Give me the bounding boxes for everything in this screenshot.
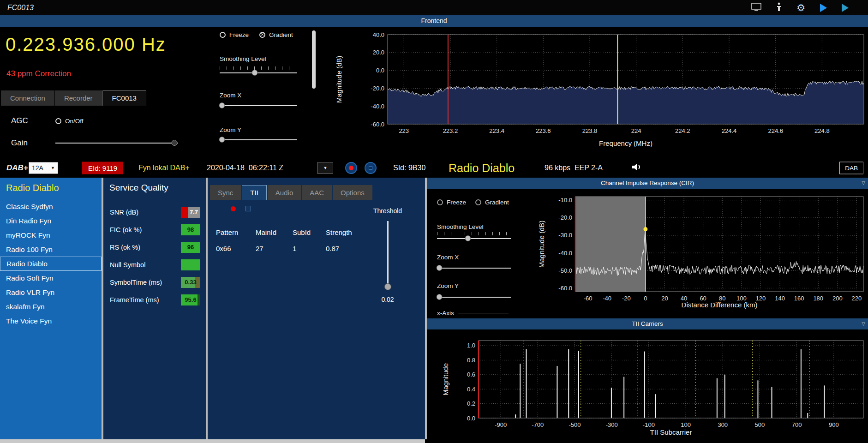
gain-slider[interactable] [55, 140, 178, 146]
tab-fc0013[interactable]: FC0013 [102, 90, 146, 106]
slider-thumb[interactable] [436, 294, 442, 300]
ensemble-id-badge: EId: 9119 [82, 162, 123, 174]
spectrum-display-controls: Freeze Gradient Smoothing Level Zoom X Z… [218, 27, 310, 158]
svg-text:224.6: 224.6 [768, 127, 783, 134]
agc-label: AGC [11, 116, 55, 126]
window-icon[interactable] [751, 3, 761, 13]
slider-thumb[interactable] [251, 70, 257, 76]
station-item[interactable]: myROCK Fyn [0, 228, 102, 242]
cir-smoothing-slider[interactable] [437, 235, 511, 242]
svg-text:-40.0: -40.0 [371, 103, 384, 110]
cir-plot[interactable]: -10.0-20.0-30.0-40.0-50.0-60.0-60-40-200… [538, 189, 868, 318]
gain-row: Gain [11, 137, 178, 150]
svg-text:Distance Difference (km): Distance Difference (km) [682, 301, 758, 309]
play-icon[interactable] [820, 4, 827, 12]
svg-text:-500: -500 [569, 421, 581, 428]
slider-thumb[interactable] [465, 235, 471, 241]
separator [216, 219, 363, 219]
station-item[interactable]: The Voice Fyn [0, 314, 102, 328]
gradient-label: Gradient [269, 31, 293, 38]
gradient-radio[interactable]: Gradient [259, 31, 293, 38]
station-list: Classic SydfynDin Radio FynmyROCK FynRad… [0, 199, 102, 328]
svg-text:140: 140 [775, 295, 785, 302]
station-item[interactable]: Radio 100 Fyn [0, 242, 102, 257]
channel-select[interactable]: 12A ▼ [29, 162, 58, 174]
cir-zoom-x-slider[interactable] [437, 265, 511, 271]
threshold-slider[interactable] [384, 221, 391, 290]
station-item[interactable]: Radio Soft Fyn [0, 271, 102, 285]
vertical-scrollbar[interactable] [312, 30, 316, 89]
cir-zoom-x-label: Zoom X [437, 254, 459, 261]
slider-thumb[interactable] [436, 265, 442, 271]
agc-toggle-label: On/Off [65, 118, 84, 125]
cir-smoothing-ruler [437, 232, 511, 235]
tab-aac[interactable]: AAC [302, 185, 332, 200]
chevron-down-icon: ▼ [51, 166, 55, 170]
station-item[interactable]: Radio Diablo [0, 257, 102, 271]
station-item[interactable]: skalafm Fyn [0, 299, 102, 314]
service-quality-panel: Service Quality SNR (dB)7.7FIC (ok %)98R… [103, 178, 206, 439]
play-alt-icon[interactable] [842, 4, 849, 12]
station-item[interactable]: Din Radio Fyn [0, 214, 102, 228]
metric-label: SymbolTime (ms) [110, 279, 181, 286]
metric-label: RS (ok %) [110, 244, 181, 251]
svg-text:Magnitude: Magnitude [442, 363, 449, 395]
stop-button[interactable] [365, 162, 377, 174]
svg-text:-300: -300 [606, 421, 618, 428]
tab-recorder[interactable]: Recorder [55, 90, 102, 106]
freeze-radio[interactable]: Freeze [220, 31, 249, 38]
slider-track [437, 238, 511, 239]
svg-text:Magnitude (dB): Magnitude (dB) [538, 221, 545, 268]
svg-text:223.6: 223.6 [536, 127, 551, 134]
spectrum-plot[interactable]: 40.020.00.0-20.0-40.0-60.0223223.2223.42… [318, 27, 868, 158]
record-button[interactable] [345, 162, 357, 174]
bitrate-info: 96 kbps EEP 2-A [545, 164, 603, 172]
station-item[interactable]: Radio VLR Fyn [0, 285, 102, 299]
settings-gear-icon[interactable]: ⚙ [796, 3, 805, 12]
collapse-icon[interactable]: ▽ [862, 178, 865, 189]
decoder-panel: SyncTIIAudioAACOptions PatternMainIdSubI… [208, 178, 425, 439]
tab-audio[interactable]: Audio [268, 185, 301, 200]
frontend-tabs: ConnectionRecorderFC0013 [1, 90, 147, 106]
frontend-panel-header: Frontend [0, 15, 868, 27]
cir-zoom-y-slider[interactable] [437, 294, 511, 300]
tab-tii[interactable]: TII [242, 185, 267, 200]
table-cell: 0x66 [216, 245, 256, 252]
frequency-value: 0.223.936.000 [6, 34, 136, 54]
smoothing-slider[interactable] [220, 70, 297, 76]
cir-body: Freeze Gradient Smoothing Level Zoom X [427, 189, 868, 318]
station-item[interactable]: Classic Sydfyn [0, 199, 102, 214]
info-icon[interactable] [776, 2, 782, 13]
agc-row: AGC On/Off [11, 114, 84, 127]
recorder-dropdown[interactable]: ▼ [317, 162, 333, 174]
table-header-cell: Strength [326, 228, 367, 236]
slider-thumb[interactable] [219, 102, 225, 108]
cir-freeze-radio[interactable]: Freeze [437, 199, 466, 206]
slider-track [55, 143, 178, 144]
slider-track [437, 268, 511, 269]
tii-carriers-plot[interactable]: 0.00.20.40.60.81.0-900-700-500-300-10010… [427, 329, 868, 443]
service-quality-row: SymbolTime (ms)0.33 [103, 274, 206, 291]
frequency-unit: Hz [142, 34, 166, 54]
zoom-y-slider[interactable] [220, 137, 297, 143]
agc-toggle[interactable]: On/Off [55, 118, 84, 125]
chevron-down-icon: ▼ [323, 166, 328, 170]
smoothing-level-label: Smoothing Level [220, 55, 266, 62]
zoom-x-slider[interactable] [220, 102, 297, 109]
svg-text:300: 300 [718, 421, 728, 428]
tab-options[interactable]: Options [333, 185, 372, 200]
table-cell: 0.87 [326, 245, 367, 252]
service-quality-row: SNR (dB)7.7 [103, 204, 206, 221]
slider-thumb[interactable] [384, 283, 391, 290]
collapse-icon[interactable]: ▽ [862, 318, 865, 329]
cir-gradient-radio[interactable]: Gradient [475, 199, 509, 206]
slider-thumb[interactable] [172, 140, 178, 146]
tab-connection[interactable]: Connection [1, 90, 54, 106]
slider-thumb[interactable] [219, 137, 225, 143]
horizontal-scrollbar[interactable] [0, 439, 425, 443]
radio-circle-icon [437, 199, 443, 205]
speaker-icon[interactable] [631, 162, 643, 174]
tab-sync[interactable]: Sync [210, 185, 241, 200]
slider-track [387, 221, 389, 290]
metric-value-box: 0.33 [181, 277, 200, 288]
